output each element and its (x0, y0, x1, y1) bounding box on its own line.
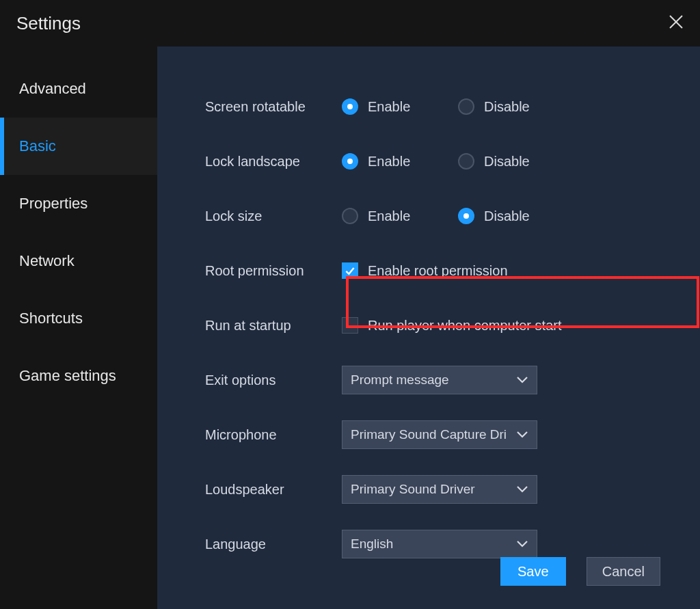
footer: Save Cancel (500, 557, 660, 586)
label-exit-options: Exit options (205, 373, 342, 388)
sidebar-item-network[interactable]: Network (0, 232, 157, 290)
checkbox-root-permission[interactable]: Enable root permission (342, 262, 508, 279)
settings-window: Settings Advanced Basic Properties Netwo… (0, 0, 700, 609)
radio-lock-size-disable[interactable]: Disable (458, 208, 574, 224)
sidebar-item-advanced[interactable]: Advanced (0, 60, 157, 118)
sidebar-item-label: Network (19, 252, 75, 270)
select-language[interactable]: English (342, 530, 537, 558)
select-exit-options[interactable]: Prompt message (342, 366, 537, 394)
controls-screen-rotatable: Enable Disable (342, 98, 574, 115)
select-value: English (351, 537, 393, 552)
radio-label: Disable (484, 154, 530, 170)
radio-label: Enable (368, 208, 410, 224)
body: Advanced Basic Properties Network Shortc… (0, 46, 700, 609)
chevron-down-icon (516, 482, 528, 497)
select-value: Primary Sound Driver (351, 482, 475, 497)
radio-label: Disable (484, 99, 530, 115)
label-run-at-startup: Run at startup (205, 318, 342, 334)
sidebar-item-label: Shortcuts (19, 310, 83, 327)
radio-label: Disable (484, 208, 530, 224)
radio-outer-icon (342, 98, 358, 115)
radio-lock-landscape-enable[interactable]: Enable (342, 153, 458, 170)
controls-lock-landscape: Enable Disable (342, 153, 574, 170)
sidebar-item-label: Basic (19, 137, 56, 155)
titlebar: Settings (0, 0, 700, 46)
chevron-down-icon (516, 373, 528, 388)
checkbox-label: Enable root permission (368, 263, 508, 279)
sidebar-item-properties[interactable]: Properties (0, 175, 157, 232)
controls-lock-size: Enable Disable (342, 208, 574, 224)
row-microphone: Microphone Primary Sound Capture Dri (205, 407, 673, 462)
label-language: Language (205, 537, 342, 552)
chevron-down-icon (516, 537, 528, 552)
radio-label: Enable (368, 99, 410, 115)
controls-root-permission: Enable root permission (342, 262, 508, 279)
label-root-permission: Root permission (205, 263, 342, 279)
label-lock-size: Lock size (205, 208, 342, 224)
radio-outer-icon (342, 153, 358, 170)
select-loudspeaker[interactable]: Primary Sound Driver (342, 475, 537, 504)
sidebar-item-shortcuts[interactable]: Shortcuts (0, 290, 157, 347)
checkbox-box-icon (342, 262, 358, 279)
radio-label: Enable (368, 154, 410, 170)
row-lock-landscape: Lock landscape Enable Disable (205, 134, 673, 189)
main-panel: Screen rotatable Enable Disable Lock lan… (157, 46, 700, 609)
row-lock-size: Lock size Enable Disable (205, 189, 673, 243)
checkbox-label: Run player when computer start (368, 318, 561, 334)
titlebar-title: Settings (16, 13, 81, 34)
radio-outer-icon (342, 208, 358, 224)
row-screen-rotatable: Screen rotatable Enable Disable (205, 79, 673, 134)
select-value: Prompt message (351, 373, 449, 388)
select-microphone[interactable]: Primary Sound Capture Dri (342, 420, 537, 449)
checkbox-run-at-startup[interactable]: Run player when computer start (342, 317, 561, 334)
sidebar-item-game-settings[interactable]: Game settings (0, 347, 157, 405)
radio-outer-icon (458, 208, 474, 224)
radio-lock-landscape-disable[interactable]: Disable (458, 153, 574, 170)
label-microphone: Microphone (205, 427, 342, 443)
radio-screen-rotatable-enable[interactable]: Enable (342, 98, 458, 115)
save-button[interactable]: Save (500, 557, 566, 586)
sidebar-item-label: Properties (19, 195, 88, 213)
radio-outer-icon (458, 153, 474, 170)
close-icon[interactable] (669, 14, 684, 33)
row-exit-options: Exit options Prompt message (205, 353, 673, 407)
checkbox-box-icon (342, 317, 358, 334)
radio-outer-icon (458, 98, 474, 115)
cancel-button[interactable]: Cancel (587, 557, 660, 586)
button-label: Save (517, 564, 549, 580)
sidebar-item-label: Game settings (19, 367, 116, 385)
row-run-at-startup: Run at startup Run player when computer … (205, 298, 673, 353)
button-label: Cancel (602, 564, 645, 580)
label-screen-rotatable: Screen rotatable (205, 99, 342, 115)
select-value: Primary Sound Capture Dri (351, 427, 507, 442)
row-loudspeaker: Loudspeaker Primary Sound Driver (205, 462, 673, 517)
sidebar-item-basic[interactable]: Basic (0, 118, 157, 175)
label-lock-landscape: Lock landscape (205, 154, 342, 170)
radio-screen-rotatable-disable[interactable]: Disable (458, 98, 574, 115)
row-root-permission: Root permission Enable root permission (205, 243, 673, 298)
controls-run-at-startup: Run player when computer start (342, 317, 561, 334)
sidebar-item-label: Advanced (19, 80, 86, 98)
radio-lock-size-enable[interactable]: Enable (342, 208, 458, 224)
chevron-down-icon (516, 427, 528, 442)
sidebar: Advanced Basic Properties Network Shortc… (0, 46, 157, 609)
label-loudspeaker: Loudspeaker (205, 482, 342, 498)
